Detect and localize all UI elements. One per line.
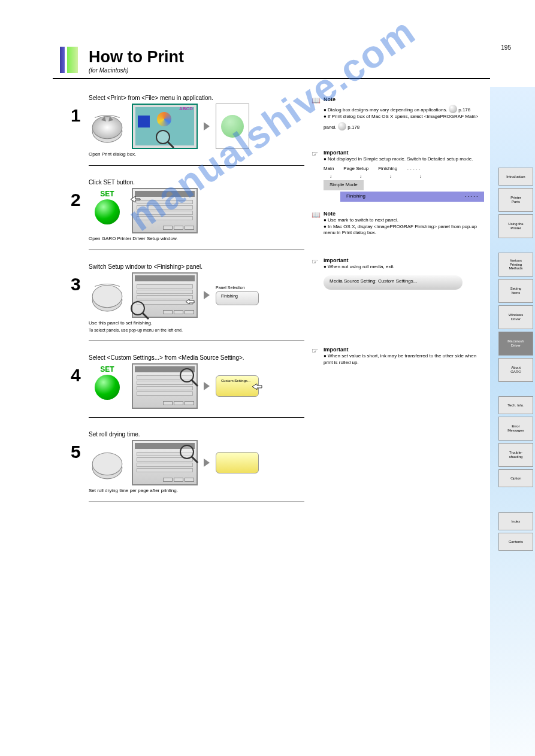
tab-option[interactable]: Option — [498, 469, 533, 487]
note-text: ● Use mark to switch to next panel. ● In… — [324, 217, 484, 236]
tab-intro[interactable]: Introduction — [498, 168, 533, 186]
step-number: 4 — [71, 365, 81, 385]
tab-error[interactable]: ErrorMessages — [498, 417, 533, 441]
page-number: 195 — [501, 44, 511, 51]
step-caption: Set roll drying time per page after prin… — [89, 488, 304, 493]
page-subtitle: (for Macintosh) — [89, 67, 129, 74]
app-window-thumb: ABCD — [132, 104, 198, 149]
set-button-icon — [95, 375, 120, 400]
note-title: Note — [324, 211, 335, 217]
important-block-3: ☞ Important ● When set value is short, i… — [312, 346, 484, 366]
important-title: Important — [324, 150, 349, 156]
svg-line-9 — [192, 380, 198, 386]
mouse-dial-icon — [89, 444, 126, 481]
step-number: 2 — [71, 190, 81, 210]
magnifier-icon — [155, 129, 175, 149]
tab-mac[interactable]: MacintoshDriver — [498, 332, 533, 356]
step-extra: To select panels, use pop-up menu on the… — [89, 328, 304, 332]
important-icon: ☞ — [312, 346, 318, 356]
important-icon: ☞ — [312, 257, 318, 266]
page-title: How to Print — [89, 48, 184, 66]
svg-point-1 — [92, 116, 122, 138]
important-text: ● When not using roll media, exit. — [324, 264, 484, 271]
tab-using[interactable]: Using thePrinter — [498, 214, 533, 238]
mouse-dial-icon — [89, 277, 126, 314]
svg-point-6 — [131, 302, 144, 315]
svg-point-11 — [92, 453, 122, 475]
note-text: ● Dialog box designs may vary depending … — [324, 103, 484, 130]
step-4: 4 Select <Custom Settings...> from <Medi… — [89, 354, 304, 418]
svg-line-3 — [168, 142, 174, 148]
svg-point-2 — [156, 130, 170, 144]
note-block-1: 📖 Note ● Dialog box designs may vary dep… — [312, 96, 484, 131]
tab-garo[interactable]: AboutGARO — [498, 358, 533, 382]
step-2: 2 Click SET button. SET Open GARO Printe… — [89, 179, 304, 250]
step-caption: Open Print dialog box. — [89, 151, 304, 157]
magnifier-icon — [179, 444, 199, 464]
path-diagram: Main Page Setup Finishing - - - - - ↓↓↓↓… — [324, 166, 484, 201]
magnifier-icon — [129, 300, 150, 320]
popup-title: Panel Selection — [216, 286, 259, 290]
arrow-icon — [204, 459, 210, 467]
print-output-icon — [216, 104, 249, 149]
step-label: Set roll drying time. — [89, 431, 304, 438]
tab-various[interactable]: VariousPrintingMethods — [498, 253, 533, 277]
setting-chip — [216, 452, 259, 473]
important-title: Important — [324, 257, 349, 263]
step-number: 5 — [71, 442, 81, 462]
important-block-2: ☞ Important ● When not using roll media,… — [312, 257, 484, 290]
note-title: Note — [324, 96, 335, 102]
bubble-icon[interactable] — [338, 122, 346, 130]
hand-cursor-icon — [185, 297, 195, 306]
arrow-icon — [204, 382, 210, 390]
set-label: SET — [89, 365, 126, 374]
svg-line-7 — [143, 313, 149, 319]
dialog-box-thumb — [132, 188, 198, 233]
step-label: Switch Setup window to <Finishing> panel… — [89, 263, 304, 270]
arrow-icon — [204, 291, 210, 299]
tab-contents[interactable]: Contents — [498, 533, 533, 551]
panel-chip: Finishing — [216, 291, 259, 305]
arrow-icon — [204, 122, 210, 130]
svg-point-8 — [180, 369, 194, 382]
tab-items[interactable]: SettingItems — [498, 279, 533, 303]
side-tabs: Introduction PrinterParts Using thePrint… — [498, 168, 533, 553]
svg-line-13 — [192, 457, 198, 463]
tab-trouble[interactable]: Trouble-shooting — [498, 443, 533, 467]
dialog-box-thumb — [132, 440, 198, 485]
step-label: Click SET button. — [89, 179, 304, 186]
note-icon: 📖 — [312, 96, 321, 105]
step-number: 3 — [71, 274, 81, 294]
step-5: 5 Set roll drying time. Set roll drying … — [89, 431, 304, 502]
dialog-box-thumb — [132, 363, 198, 409]
step-caption: Open GARO Printer Driver Setup window. — [89, 236, 304, 241]
set-label: SET — [89, 190, 126, 198]
important-block-1: ☞ Important ● Not displayed in Simple se… — [312, 149, 484, 202]
step-3: 3 Switch Setup window to <Finishing> pan… — [89, 263, 304, 341]
mouse-dial-icon — [89, 108, 126, 145]
step-1: 1 Select <Print> from <File> menu in app… — [89, 95, 304, 166]
tab-tech[interactable]: Tech. Info. — [498, 396, 533, 414]
svg-point-12 — [180, 445, 194, 459]
step-caption: Use this panel to set finishing. — [89, 320, 304, 326]
tab-win[interactable]: WindowsDriver — [498, 305, 533, 329]
note-icon: 📖 — [312, 210, 321, 220]
tab-parts[interactable]: PrinterParts — [498, 188, 533, 212]
hand-cursor-icon — [251, 382, 263, 391]
set-button-icon — [95, 199, 120, 224]
important-title: Important — [324, 347, 349, 353]
media-source-chip: Media Source Setting: Custom Settings... — [324, 275, 463, 290]
note-block-2: 📖 Note ● Use mark to switch to next pane… — [312, 210, 484, 237]
bubble-icon[interactable] — [449, 105, 457, 113]
step-number: 1 — [71, 105, 81, 126]
custom-settings-chip: Custom Settings... — [216, 375, 259, 397]
important-text: ● When set value is short, ink may be tr… — [324, 353, 484, 366]
magnifier-icon — [179, 367, 199, 387]
tab-index[interactable]: Index — [498, 512, 533, 530]
hand-cursor-icon — [129, 195, 141, 204]
svg-point-5 — [92, 285, 122, 307]
step-label: Select <Custom Settings...> from <Media … — [89, 354, 304, 361]
step-label: Select <Print> from <File> menu in appli… — [89, 95, 304, 101]
important-icon: ☞ — [312, 149, 318, 159]
dialog-box-thumb — [132, 272, 198, 318]
